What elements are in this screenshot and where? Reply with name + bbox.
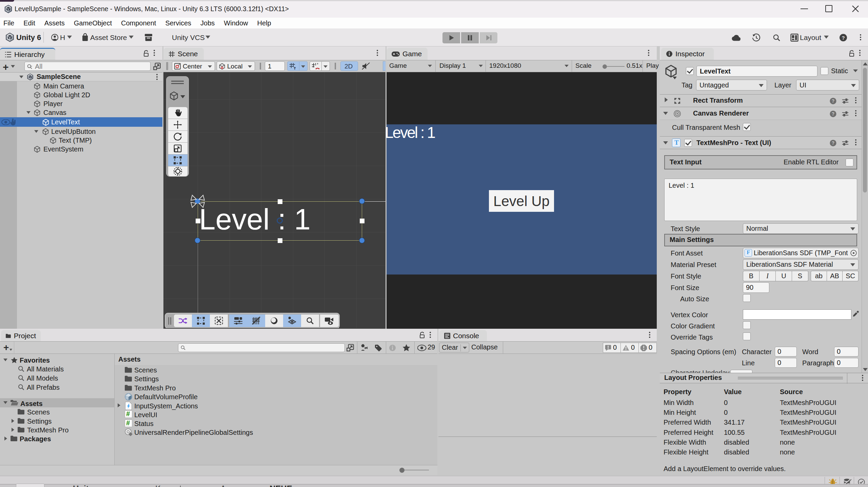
svg-text:?: ?: [842, 35, 845, 41]
svg-text:Y: Y: [294, 67, 296, 70]
